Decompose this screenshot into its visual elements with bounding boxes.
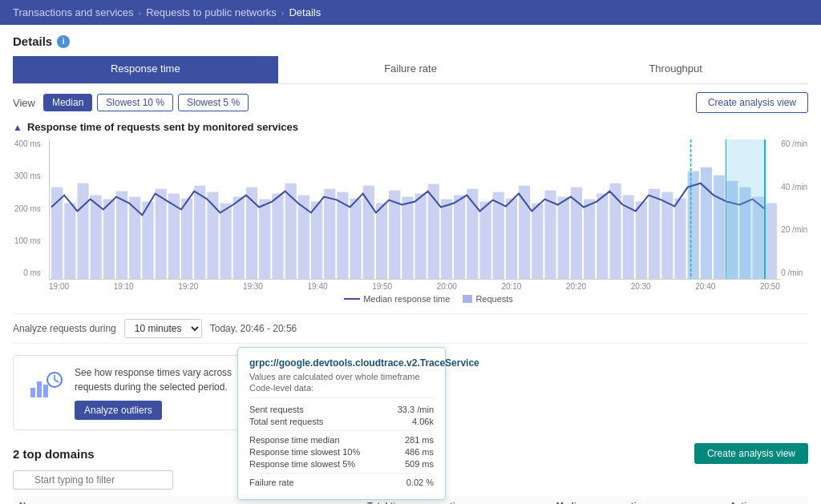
tooltip-label-0: Sent requests: [249, 405, 304, 414]
col-actions: Actions: [723, 496, 808, 504]
svg-rect-57: [30, 388, 35, 397]
svg-rect-27: [402, 197, 413, 279]
tooltip-val-2: 281 ms: [405, 435, 434, 445]
svg-rect-9: [168, 194, 180, 279]
tooltip-row-2: Response time median 281 ms: [249, 435, 434, 445]
svg-rect-37: [532, 204, 543, 279]
tooltip-title: grpc://google.devtools.cloudtrace.v2.Tra…: [249, 357, 434, 369]
svg-rect-13: [220, 204, 232, 279]
tooltip-label-5: Failure rate: [249, 478, 294, 487]
svg-rect-16: [259, 200, 270, 279]
y-axis-left: 400 ms 300 ms 200 ms 100 ms 0 ms: [14, 139, 41, 279]
legend-line-item: Median response time: [344, 294, 450, 304]
svg-rect-20: [311, 202, 322, 279]
legend-bar-label: Requests: [475, 294, 512, 304]
svg-rect-58: [37, 381, 42, 397]
tooltip-row-1: Total sent requests 4.06k: [249, 417, 434, 426]
svg-rect-11: [194, 186, 205, 279]
svg-rect-24: [363, 186, 374, 279]
svg-rect-8: [156, 189, 167, 279]
tooltip-val-5: 0.02 %: [406, 478, 434, 487]
details-header: Details i: [13, 34, 808, 48]
svg-rect-55: [766, 204, 777, 279]
analyze-row: Analyze requests during 10 minutes 30 mi…: [13, 313, 808, 344]
svg-rect-31: [454, 196, 465, 279]
view-row: View Median Slowest 10 % Slowest 5 % Cre…: [13, 92, 808, 113]
svg-rect-10: [181, 199, 192, 279]
card-left-text: See how response times vary across reque…: [75, 365, 233, 420]
domains-title: 2 top domains: [13, 447, 95, 461]
view-median-btn[interactable]: Median: [43, 94, 92, 111]
svg-rect-21: [324, 189, 335, 279]
sort-consumption-icon: ▼: [469, 502, 477, 505]
svg-rect-14: [233, 197, 245, 279]
legend-bar-item: Requests: [463, 294, 512, 304]
tooltip-row-3: Response time slowest 10% 486 ms: [249, 447, 434, 457]
legend-bar-swatch: [463, 295, 472, 303]
view-label: View: [13, 97, 35, 109]
analyze-time-range: Today, 20:46 - 20:56: [210, 323, 297, 334]
chart-title-text: Response time of requests sent by monito…: [27, 121, 298, 133]
tab-response-time[interactable]: Response time: [13, 56, 278, 83]
filter-input[interactable]: [13, 470, 173, 490]
svg-rect-5: [116, 192, 127, 279]
collapse-icon[interactable]: ▲: [13, 122, 22, 133]
analyze-outliers-btn[interactable]: Analyze outliers: [75, 401, 162, 420]
tooltip-popup: grpc://google.devtools.cloudtrace.v2.Tra…: [237, 347, 446, 500]
tooltip-val-1: 4.06k: [412, 417, 434, 426]
tooltip-label-3: Response time slowest 10%: [249, 447, 360, 457]
svg-line-62: [55, 380, 59, 382]
legend-line-swatch: [344, 298, 360, 300]
view-slowest10-btn[interactable]: Slowest 10 %: [97, 94, 173, 111]
tooltip-val-3: 486 ms: [405, 447, 434, 457]
breadcrumb-details: Details: [289, 6, 321, 18]
tooltip-label-2: Response time median: [249, 435, 340, 445]
info-icon[interactable]: i: [57, 35, 70, 48]
details-title: Details: [13, 34, 52, 48]
analyze-duration-select[interactable]: 10 minutes 30 minutes 1 hour: [124, 319, 202, 338]
svg-rect-42: [597, 194, 608, 279]
tooltip-label-4: Response time slowest 5%: [249, 459, 355, 469]
svg-rect-4: [103, 200, 115, 279]
svg-rect-1: [64, 204, 75, 279]
create-analysis-view-btn-domains[interactable]: Create analysis view: [694, 443, 808, 464]
filter-wrap: ⊳: [13, 470, 173, 496]
svg-rect-33: [479, 202, 491, 279]
cards-row: See how response times vary across reque…: [13, 355, 808, 430]
svg-rect-36: [519, 186, 530, 279]
x-axis-labels: 19:00 19:10 19:20 19:30 19:40 19:50 20:0…: [49, 282, 780, 291]
svg-rect-45: [636, 202, 647, 279]
view-options: View Median Slowest 10 % Slowest 5 %: [13, 94, 249, 111]
tab-bar: Response time Failure rate Throughput: [13, 56, 808, 84]
svg-rect-30: [441, 200, 452, 279]
svg-rect-28: [415, 194, 427, 279]
chart-title-row: ▲ Response time of requests sent by moni…: [13, 121, 808, 133]
svg-rect-25: [376, 204, 387, 279]
tooltip-row-0: Sent requests 33.3 /min: [249, 405, 434, 414]
create-analysis-view-btn-top[interactable]: Create analysis view: [696, 92, 808, 113]
svg-rect-59: [43, 385, 48, 397]
tab-failure-rate[interactable]: Failure rate: [278, 56, 544, 83]
breadcrumb-transactions[interactable]: Transactions and services: [13, 6, 134, 18]
legend-line-label: Median response time: [363, 294, 450, 304]
tooltip-row-5: Failure rate 0.02 %: [249, 478, 434, 487]
tab-throughput[interactable]: Throughput: [543, 56, 808, 83]
svg-rect-35: [506, 199, 517, 279]
tooltip-subtitle: Values are calculated over whole timefra…: [249, 372, 434, 381]
svg-rect-54: [753, 197, 764, 279]
chart-svg: [50, 139, 780, 279]
chart-bar-icon: [25, 365, 65, 401]
svg-rect-17: [272, 194, 283, 279]
view-slowest5-btn[interactable]: Slowest 5 %: [178, 94, 249, 111]
sort-median-icon: ↕: [652, 502, 656, 505]
tooltip-val-0: 33.3 /min: [398, 405, 434, 414]
breadcrumb-requests[interactable]: Requests to public networks: [146, 6, 277, 18]
svg-rect-23: [350, 199, 362, 279]
col-median-response[interactable]: Median response time ↕: [550, 496, 723, 504]
svg-rect-46: [649, 189, 660, 279]
tooltip-label-1: Total sent requests: [249, 417, 323, 426]
breadcrumb-sep-2: ›: [281, 8, 285, 18]
sort-name-icon: ↕: [47, 502, 51, 505]
tooltip-val-4: 509 ms: [405, 459, 434, 469]
chart-section: ▲ Response time of requests sent by moni…: [13, 121, 808, 304]
